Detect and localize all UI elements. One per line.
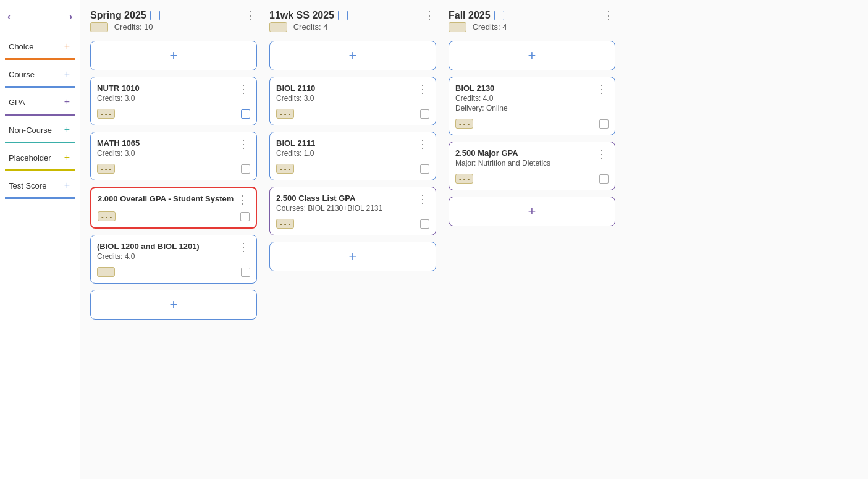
nav-forward-arrow[interactable]: › [69,11,72,22]
add-bottom-spring2025[interactable]: + [90,290,257,320]
card-subtitle-biol-choice: Credits: 4.0 [97,252,238,261]
column-title-area-ss2025: 11wk SS 2025 - - - Credits: 4 [269,10,348,32]
checkbox-biol-choice[interactable] [241,268,250,277]
column-title-spring2025: Spring 2025 [90,10,160,21]
sidebar-item-label-placeholder: Placeholder [9,153,51,163]
card-tag-biol-choice: - - - [97,267,115,277]
add-bottom-fall2025[interactable]: + [449,197,615,226]
card-tag-gpa-overall: - - - [98,211,116,221]
column-title-text-ss2025: 11wk SS 2025 [269,10,334,21]
card-footer-biol2111: - - - [276,164,429,174]
column-credits-fall2025: - - - Credits: 4 [449,22,507,32]
sidebar-item-add-course[interactable]: + [64,69,70,80]
column-spring2025: Spring 2025 - - - Credits: 10 ⋮ + NUTR 1… [90,10,257,320]
card-text-gpa-major: 2.500 Major GPA Major: Nutrition and Die… [455,148,596,167]
card-footer-gpa-overall: - - - [98,211,250,221]
sidebar-item-label-choice: Choice [9,42,33,51]
column-title-fall2025: Fall 2025 [449,10,507,21]
sidebar-item-choice[interactable]: Choice + [5,35,75,60]
card-subtitle-biol2111: Credits: 1.0 [276,149,417,158]
card-text-biol2130: BIOL 2130 Credits: 4.0Delivery: Online [455,83,596,112]
card-menu-nutr1010[interactable]: ⋮ [238,83,250,95]
checkbox-nutr1010[interactable] [241,109,250,119]
checkbox-gpa-overall[interactable] [240,212,250,221]
sidebar-item-label-course: Course [9,70,35,79]
sidebar: ‹ › Choice + Course + GPA + Non-Course +… [0,0,80,479]
card-gpa-major: 2.500 Major GPA Major: Nutrition and Die… [449,142,615,190]
column-credits-text-ss2025: Credits: 4 [293,22,328,32]
column-credits-text-fall2025: Credits: 4 [473,22,507,32]
add-top-ss2025[interactable]: + [269,41,436,70]
sidebar-item-test-score[interactable]: Test Score + [5,174,75,199]
column-menu-fall2025[interactable]: ⋮ [603,10,615,21]
sidebar-item-course[interactable]: Course + [5,62,75,88]
column-title-icon-ss2025[interactable] [338,11,348,20]
sidebar-item-add-test-score[interactable]: + [64,180,70,191]
checkbox-gpa-classlist[interactable] [420,219,429,229]
column-fall2025: Fall 2025 - - - Credits: 4 ⋮ + BIOL 2130… [449,10,615,226]
nav-back-arrow[interactable]: ‹ [7,11,11,22]
card-tag-biol2130: - - - [455,119,473,129]
checkbox-biol2110[interactable] [420,109,429,119]
column-title-icon-spring2025[interactable] [150,11,160,20]
column-menu-ss2025[interactable]: ⋮ [424,10,436,21]
card-title-row-math1065: MATH 1065 Credits: 3.0 ⋮ [97,138,250,158]
sidebar-item-add-non-course[interactable]: + [64,124,70,135]
column-credits-spring2025: - - - Credits: 10 [90,22,160,32]
card-menu-biol2130[interactable]: ⋮ [596,83,609,95]
card-title-text-gpa-overall: 2.000 Overall GPA - Student System [98,194,237,203]
column-menu-spring2025[interactable]: ⋮ [245,10,257,21]
card-tag-biol2111: - - - [276,164,294,174]
card-title-row-nutr1010: NUTR 1010 Credits: 3.0 ⋮ [97,83,250,103]
card-tag-biol2110: - - - [276,109,294,119]
checkbox-math1065[interactable] [241,164,250,174]
column-title-text-fall2025: Fall 2025 [449,10,491,21]
card-tag-nutr1010: - - - [97,109,115,119]
card-subtitle-gpa-major: Major: Nutrition and Dietetics [455,159,596,167]
add-top-fall2025[interactable]: + [449,41,615,70]
card-subtitle-math1065: Credits: 3.0 [97,149,238,158]
sidebar-item-gpa[interactable]: GPA + [5,90,75,116]
column-credits-text-spring2025: Credits: 10 [114,22,153,32]
card-biol2110: BIOL 2110 Credits: 3.0 ⋮ - - - [269,77,436,125]
sidebar-items-list: Choice + Course + GPA + Non-Course + Pla… [0,35,80,199]
column-title-area-fall2025: Fall 2025 - - - Credits: 4 [449,10,507,32]
card-menu-gpa-overall[interactable]: ⋮ [237,194,250,205]
checkbox-gpa-major[interactable] [599,174,609,184]
card-menu-math1065[interactable]: ⋮ [238,138,250,150]
sidebar-item-placeholder[interactable]: Placeholder + [5,146,75,171]
card-subtitle-biol2110: Credits: 3.0 [276,94,417,103]
card-menu-gpa-major[interactable]: ⋮ [596,148,609,159]
sidebar-item-label-test-score: Test Score [9,181,46,190]
sidebar-item-add-placeholder[interactable]: + [64,152,70,163]
card-subtitle-nutr1010: Credits: 3.0 [97,94,238,103]
card-menu-biol2110[interactable]: ⋮ [417,83,429,95]
card-text-biol2110: BIOL 2110 Credits: 3.0 [276,83,417,103]
card-title-row-biol2130: BIOL 2130 Credits: 4.0Delivery: Online ⋮ [455,83,609,112]
card-subtitle-biol2130: Credits: 4.0 [455,94,596,103]
sidebar-item-add-choice[interactable]: + [64,41,70,52]
column-title-icon-fall2025[interactable] [494,11,504,20]
card-gpa-overall: 2.000 Overall GPA - Student System ⋮ - -… [90,187,257,229]
card-footer-biol-choice: - - - [97,267,250,277]
card-text-biol-choice: (BIOL 1200 and BIOL 1201) Credits: 4.0 [97,242,238,261]
checkbox-biol2111[interactable] [420,164,429,174]
card-title-text-biol-choice: (BIOL 1200 and BIOL 1201) [97,242,238,251]
card-title-row-biol2111: BIOL 2111 Credits: 1.0 ⋮ [276,138,429,158]
card-biol2111: BIOL 2111 Credits: 1.0 ⋮ - - - [269,132,436,180]
card-title-text-biol2111: BIOL 2111 [276,138,417,148]
card-menu-biol2111[interactable]: ⋮ [417,138,429,150]
card-math1065: MATH 1065 Credits: 3.0 ⋮ - - - [90,132,257,180]
sidebar-header: ‹ › [0,6,80,27]
card-title-text-biol2110: BIOL 2110 [276,83,417,93]
card-biol-choice: (BIOL 1200 and BIOL 1201) Credits: 4.0 ⋮… [90,235,257,284]
card-text-nutr1010: NUTR 1010 Credits: 3.0 [97,83,238,103]
add-bottom-ss2025[interactable]: + [269,242,436,271]
card-menu-gpa-classlist[interactable]: ⋮ [417,193,429,205]
card-menu-biol-choice[interactable]: ⋮ [238,242,250,253]
sidebar-item-non-course[interactable]: Non-Course + [5,118,75,143]
add-top-spring2025[interactable]: + [90,41,257,70]
checkbox-biol2130[interactable] [599,119,609,129]
card-title-row-gpa-classlist: 2.500 Class List GPA Courses: BIOL 2130+… [276,193,429,213]
sidebar-item-add-gpa[interactable]: + [64,96,70,108]
